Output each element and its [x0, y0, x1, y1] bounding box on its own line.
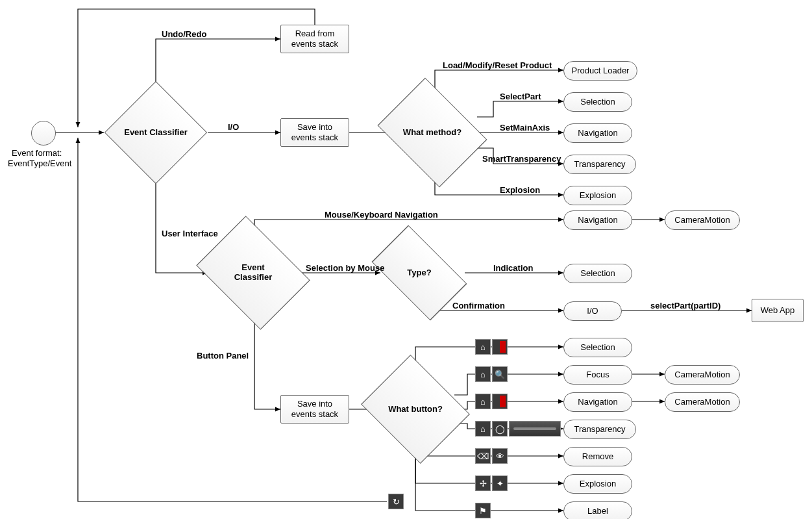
- save-into-events-stack-2: Save into events stack: [280, 395, 349, 424]
- pill-focus: Focus: [563, 365, 632, 385]
- flowchart-canvas: Event format: EventType/Event Event Clas…: [0, 0, 812, 519]
- pill-selection-2: Selection: [563, 264, 632, 283]
- web-app-box: Web App: [752, 299, 804, 322]
- save-into-events-stack-1: Save into events stack: [280, 118, 349, 147]
- eye-icon: 👁: [492, 448, 508, 464]
- reset-icon: ↻: [388, 494, 404, 509]
- pill-transparency-2: Transparency: [563, 420, 636, 439]
- explode-out-icon: ✢: [475, 475, 491, 491]
- edge-undo-redo: Undo/Redo: [162, 29, 206, 39]
- start-label-2: EventType/Event: [8, 158, 71, 168]
- flag-icon: ⚑: [475, 503, 491, 518]
- erase-icon: ⌫: [475, 448, 491, 464]
- edge-indication: Indication: [493, 263, 533, 273]
- edge-io: I/O: [228, 122, 239, 132]
- event-classifier-2: Event Classifier: [218, 238, 288, 308]
- edge-selection-by-mouse: Selection by Mouse: [306, 263, 384, 273]
- axis-icon: [492, 394, 508, 409]
- edge-set-main-axis: SetMainAxis: [500, 123, 550, 133]
- zoom-icon: 🔍: [492, 366, 508, 382]
- pill-explosion-2: Explosion: [563, 474, 632, 494]
- transparency-slider-icon: [509, 421, 561, 437]
- edge-explosion: Explosion: [500, 185, 540, 195]
- edge-mouse-key-nav: Mouse/Keyboard Navigation: [325, 210, 438, 220]
- edge-smart-transparency: SmartTransparency: [482, 154, 561, 164]
- pill-explosion: Explosion: [563, 186, 632, 205]
- sphere-icon: ◯: [492, 421, 508, 437]
- pill-navigation-3: Navigation: [563, 392, 632, 412]
- pill-camera-motion-3: CameraMotion: [665, 392, 740, 412]
- home-icon: ⌂: [475, 394, 491, 409]
- pill-navigation: Navigation: [563, 123, 632, 143]
- pill-selection: Selection: [563, 92, 632, 112]
- what-button-decision: What button?: [380, 374, 450, 444]
- edge-user-interface: User Interface: [162, 229, 218, 238]
- what-method-decision: What method?: [399, 99, 466, 166]
- pill-navigation-2: Navigation: [563, 210, 632, 230]
- home-icon: ⌂: [475, 421, 491, 437]
- start-node: [31, 121, 56, 146]
- read-from-events-stack: Read from events stack: [280, 25, 349, 53]
- type-decision: Type?: [393, 247, 445, 299]
- edge-button-panel: Button Panel: [197, 351, 249, 361]
- pill-camera-motion-2: CameraMotion: [665, 365, 740, 385]
- start-label-1: Event format:: [12, 148, 62, 158]
- explode-in-icon: ✦: [492, 475, 508, 491]
- home-icon: ⌂: [475, 366, 491, 382]
- pill-product-loader: Product Loader: [563, 61, 637, 81]
- pill-io: I/O: [563, 301, 622, 321]
- pill-selection-3: Selection: [563, 338, 632, 357]
- pill-label: Label: [563, 501, 632, 519]
- pill-camera-motion-1: CameraMotion: [665, 210, 740, 230]
- clear-selection-icon: [492, 339, 508, 355]
- pill-transparency: Transparency: [563, 155, 636, 174]
- edge-confirmation: Confirmation: [452, 301, 505, 310]
- edge-select-part-call: selectPart(partID): [650, 301, 720, 310]
- edge-select-part: SelectPart: [500, 92, 541, 101]
- pill-remove: Remove: [563, 447, 632, 466]
- home-icon: ⌂: [475, 339, 491, 355]
- edge-load-modify: Load/Modify/Reset Product: [443, 60, 552, 70]
- event-classifier-1: Event Classifier: [119, 96, 192, 169]
